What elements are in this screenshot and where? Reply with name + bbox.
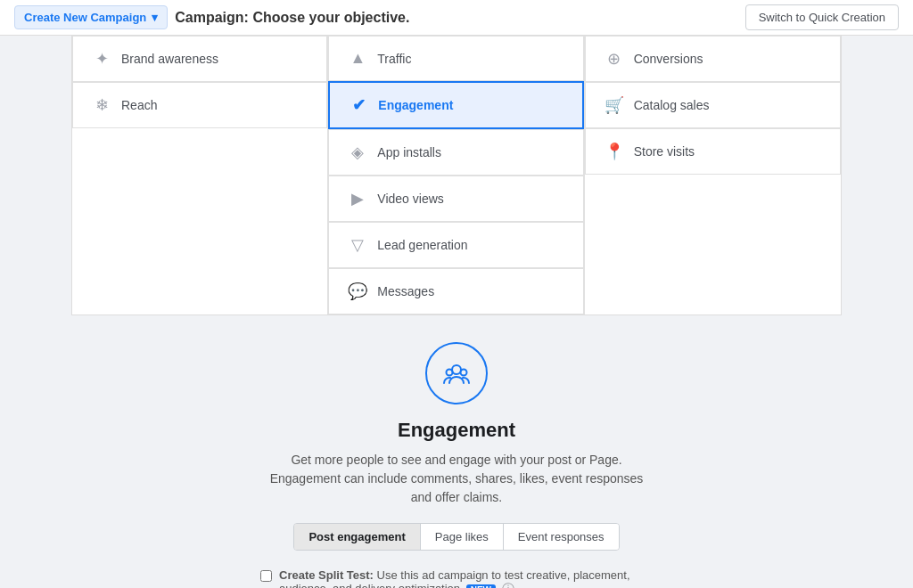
catalog-sales-label: Catalog sales bbox=[634, 98, 710, 112]
reach-label: Reach bbox=[121, 98, 157, 112]
tab-page-likes[interactable]: Page likes bbox=[421, 524, 504, 550]
split-test-row: Create Split Test: Use this ad campaign … bbox=[260, 568, 653, 588]
reach-icon: ❄ bbox=[91, 95, 112, 115]
info-icon[interactable]: ⓘ bbox=[502, 582, 514, 588]
objective-catalog-sales[interactable]: 🛒 Catalog sales bbox=[585, 82, 841, 128]
svg-point-1 bbox=[447, 370, 453, 376]
video-views-label: Video views bbox=[377, 192, 443, 206]
video-views-icon: ▶ bbox=[347, 189, 368, 208]
split-test-checkbox[interactable] bbox=[260, 570, 272, 582]
objective-engagement[interactable]: ✔ Engagement bbox=[328, 81, 583, 129]
brand-awareness-label: Brand awareness bbox=[121, 52, 218, 66]
objective-col-2: ▲ Traffic ✔ Engagement ◈ App installs ▶ … bbox=[328, 36, 584, 314]
engagement-label: Engagement bbox=[378, 98, 453, 112]
objective-app-installs[interactable]: ◈ App installs bbox=[328, 129, 583, 176]
split-test-text: Create Split Test: Use this ad campaign … bbox=[279, 568, 653, 588]
app-installs-label: App installs bbox=[377, 145, 441, 159]
objective-conversions[interactable]: ⊕ Conversions bbox=[585, 36, 841, 82]
lead-generation-label: Lead generation bbox=[377, 238, 467, 252]
switch-to-quick-creation-button[interactable]: Switch to Quick Creation bbox=[745, 4, 899, 30]
campaign-subtitle: Choose your objective. bbox=[252, 10, 409, 25]
tab-event-responses[interactable]: Event responses bbox=[504, 524, 619, 550]
messages-label: Messages bbox=[377, 284, 434, 298]
engagement-tabs: Post engagement Page likes Event respons… bbox=[293, 523, 619, 551]
traffic-icon: ▲ bbox=[347, 49, 368, 68]
objective-traffic[interactable]: ▲ Traffic bbox=[328, 36, 583, 81]
objective-reach[interactable]: ❄ Reach bbox=[72, 82, 327, 128]
svg-point-0 bbox=[452, 365, 461, 374]
dropdown-icon: ▾ bbox=[152, 11, 158, 24]
objective-lead-generation[interactable]: ▽ Lead generation bbox=[328, 222, 583, 268]
top-bar-left: Create New Campaign ▾ Campaign: Choose y… bbox=[14, 5, 409, 29]
objective-video-views[interactable]: ▶ Video views bbox=[328, 176, 583, 222]
campaign-prefix: Campaign: bbox=[175, 10, 249, 25]
tab-post-engagement[interactable]: Post engagement bbox=[294, 524, 420, 550]
conversions-label: Conversions bbox=[634, 52, 703, 66]
objective-col-1: ✦ Brand awareness ❄ Reach bbox=[72, 36, 328, 314]
new-badge: NEW bbox=[466, 584, 496, 589]
objective-store-visits[interactable]: 📍 Store visits bbox=[585, 128, 841, 175]
top-bar: Create New Campaign ▾ Campaign: Choose y… bbox=[0, 0, 913, 36]
svg-point-2 bbox=[461, 370, 467, 376]
store-visits-label: Store visits bbox=[634, 144, 695, 159]
traffic-label: Traffic bbox=[377, 52, 411, 66]
catalog-sales-icon: 🛒 bbox=[604, 95, 625, 115]
create-new-campaign-label: Create New Campaign bbox=[24, 11, 146, 24]
engagement-circle-icon bbox=[425, 342, 488, 404]
objective-grid: ✦ Brand awareness ❄ Reach ▲ Traffic ✔ En… bbox=[71, 36, 842, 315]
main-content: ✦ Brand awareness ❄ Reach ▲ Traffic ✔ En… bbox=[0, 36, 913, 588]
store-visits-icon: 📍 bbox=[604, 142, 625, 161]
lead-generation-icon: ▽ bbox=[347, 235, 368, 255]
objective-messages[interactable]: 💬 Messages bbox=[328, 268, 583, 314]
engagement-check-icon: ✔ bbox=[348, 95, 369, 115]
create-new-campaign-button[interactable]: Create New Campaign ▾ bbox=[14, 5, 168, 29]
split-test-label: Create Split Test: bbox=[279, 568, 374, 582]
objective-col-3: ⊕ Conversions 🛒 Catalog sales 📍 Store vi… bbox=[585, 36, 841, 314]
brand-awareness-icon: ✦ bbox=[91, 49, 112, 69]
engagement-title: Engagement bbox=[398, 419, 515, 442]
app-installs-icon: ◈ bbox=[347, 143, 368, 162]
objective-brand-awareness[interactable]: ✦ Brand awareness bbox=[72, 36, 327, 82]
engagement-description: Get more people to see and engage with y… bbox=[260, 451, 653, 507]
messages-icon: 💬 bbox=[347, 282, 368, 301]
campaign-title: Campaign: Choose your objective. bbox=[175, 10, 409, 26]
description-section: Engagement Get more people to see and en… bbox=[71, 315, 842, 588]
conversions-icon: ⊕ bbox=[604, 49, 625, 69]
